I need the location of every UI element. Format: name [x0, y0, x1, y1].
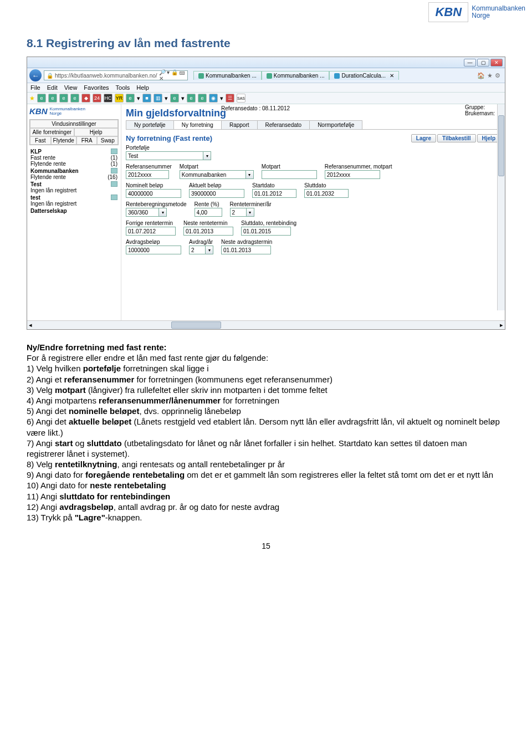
tab-durationcalc[interactable]: DurationCalcula...✕: [329, 71, 398, 80]
aktuelt-input[interactable]: [189, 189, 244, 198]
neste-rt-input[interactable]: [183, 227, 233, 236]
motpart-dd-input[interactable]: [180, 170, 246, 179]
refnr-motpart-input[interactable]: [325, 170, 380, 179]
scroll-left-icon[interactable]: ◂: [27, 321, 34, 329]
refnr-input[interactable]: [126, 170, 169, 179]
chevron-down-icon[interactable]: ▾: [137, 95, 140, 102]
star-icon[interactable]: ★: [487, 72, 493, 79]
avdrag-ar-select[interactable]: ▾: [189, 246, 213, 254]
sidebar-btn-alle[interactable]: Alle forretninger: [30, 128, 74, 136]
sidebar-btn-fra[interactable]: FRA: [76, 136, 98, 145]
neste-at-input[interactable]: [221, 246, 271, 254]
sidebar-group-head[interactable]: Kommunalbanken: [29, 167, 119, 174]
motpart-select[interactable]: ▾: [180, 170, 254, 179]
tab-kommunalbanken-2[interactable]: Kommunalbanken ...: [262, 71, 330, 80]
menu-help[interactable]: Help: [136, 84, 149, 91]
tab-kommunalbanken-1[interactable]: Kommunalbanken ...: [193, 71, 262, 80]
fav-icon[interactable]: ◆: [81, 94, 90, 103]
portefolje-label: Portefølje: [126, 145, 211, 151]
fav-icon[interactable]: ◉: [209, 94, 218, 103]
sidebar-line[interactable]: Flytende rente(16): [29, 174, 119, 180]
chevron-down-icon[interactable]: ▾: [165, 95, 168, 102]
address-bar[interactable]: 🔒 https://kbutlaanweb.kommunalbanken.no/…: [44, 70, 188, 80]
gear-icon[interactable]: ⚙: [495, 72, 500, 79]
sidebar-btn-fast[interactable]: Fast: [30, 136, 51, 145]
rbm-select[interactable]: ▾: [126, 208, 187, 217]
avdrag-ar-input[interactable]: [189, 246, 206, 254]
portefolje-select[interactable]: ▾: [126, 151, 211, 160]
menu-favorites[interactable]: Favorites: [84, 84, 109, 91]
sidebar: KBN KommunalbankenNorge Vindusinnstillin…: [27, 104, 121, 320]
menu-edit[interactable]: Edit: [47, 84, 58, 91]
sidebar-group-head[interactable]: test: [29, 193, 119, 201]
menu-tools[interactable]: Tools: [116, 84, 130, 91]
avdragsbelop-input[interactable]: [126, 246, 181, 254]
scroll-right-icon[interactable]: ▸: [498, 321, 505, 329]
forrige-rt-input[interactable]: [126, 227, 176, 236]
back-button[interactable]: ←: [29, 69, 42, 81]
chevron-down-icon: ▾: [203, 151, 211, 160]
fav-icon[interactable]: e: [198, 94, 207, 103]
sluttdato-input[interactable]: [304, 189, 349, 198]
minimize-button[interactable]: —: [464, 59, 476, 67]
fav-icon[interactable]: SAS: [237, 94, 245, 103]
sidebar-btn-flytende[interactable]: Flytende: [51, 136, 76, 145]
fav-icon[interactable]: 24: [93, 94, 101, 103]
fav-icon[interactable]: e: [48, 94, 57, 103]
close-button[interactable]: ✕: [490, 59, 503, 67]
tab-referansedato[interactable]: Referansedato: [257, 120, 310, 129]
fav-icon[interactable]: e: [187, 94, 196, 103]
portefolje-input[interactable]: [126, 151, 203, 160]
horizontal-scrollbar[interactable]: ◂ ▸: [27, 320, 505, 329]
motpart-txt-input[interactable]: [262, 170, 317, 179]
home-icon[interactable]: 🏠: [477, 72, 485, 79]
menu-file[interactable]: File: [30, 84, 40, 91]
fav-icon[interactable]: e: [126, 94, 135, 103]
rente-input[interactable]: [195, 208, 222, 217]
menu-view[interactable]: View: [64, 84, 78, 91]
favorites-star-icon[interactable]: ★: [29, 95, 35, 102]
vertical-scrollbar[interactable]: [497, 104, 505, 310]
rta-select[interactable]: ▾: [230, 208, 272, 217]
nominelt-input[interactable]: [126, 189, 181, 198]
sidebar-group-head[interactable]: KLP: [29, 147, 119, 155]
fav-icon[interactable]: e: [59, 94, 68, 103]
tab-rapport[interactable]: Rapport: [221, 120, 258, 129]
reference-date: Referansedato : 08.11.2012: [221, 105, 290, 111]
sidebar-line[interactable]: Fast rente(1): [29, 155, 119, 161]
tab-ny-portefolje[interactable]: Ny portefølje: [126, 120, 174, 129]
fav-icon[interactable]: YR: [115, 94, 124, 103]
slutt-rb-input[interactable]: [241, 227, 291, 236]
tab-normportefolje[interactable]: Normportefølje: [309, 120, 362, 129]
fav-icon[interactable]: ☰: [226, 94, 234, 103]
tilbakestill-button[interactable]: Tilbakestill: [437, 134, 476, 142]
folder-icon: [111, 181, 117, 187]
fav-icon[interactable]: HC: [104, 94, 112, 103]
instr-line-6: 6) Angi det aktuelle beløpet (Lånets res…: [27, 416, 505, 437]
favicon-icon: [334, 73, 340, 79]
startdato-input[interactable]: [252, 189, 296, 198]
fav-icon[interactable]: ▥: [154, 94, 162, 103]
fav-icon[interactable]: e: [170, 94, 179, 103]
sidebar-btn-hjelp[interactable]: Hjelp: [74, 128, 119, 136]
sidebar-line[interactable]: Flytende rente(1): [29, 161, 119, 167]
fav-icon[interactable]: e: [37, 94, 46, 103]
tab-ny-forretning[interactable]: Ny forretning: [173, 120, 222, 129]
rbm-input[interactable]: [126, 208, 159, 217]
fav-icon[interactable]: ■: [142, 94, 151, 103]
sidebar-btn-swap[interactable]: Swap: [97, 136, 118, 145]
instr-line-12: 12) Angi avdragsbeløp, antall avdrag pr.…: [27, 502, 505, 512]
page-header: KBN Kommunalbanken Norge: [0, 0, 532, 22]
sidebar-group-head[interactable]: Test: [29, 180, 119, 187]
scrollbar-thumb[interactable]: [498, 115, 504, 176]
rta-input[interactable]: [230, 208, 247, 217]
scrollbar-thumb[interactable]: [171, 321, 221, 329]
chevron-down-icon[interactable]: ▾: [181, 95, 185, 102]
instr-line-9: 9) Angi dato for foregående rentebetalin…: [27, 469, 505, 480]
chevron-down-icon[interactable]: ▾: [220, 95, 223, 102]
maximize-button[interactable]: ▢: [477, 59, 489, 67]
fav-icon[interactable]: e: [70, 94, 79, 103]
rbm-label: Renteberegningsmetode: [126, 201, 187, 207]
lagre-button[interactable]: Lagre: [411, 134, 436, 142]
sidebar-group-head[interactable]: Datterselskap: [29, 207, 119, 214]
